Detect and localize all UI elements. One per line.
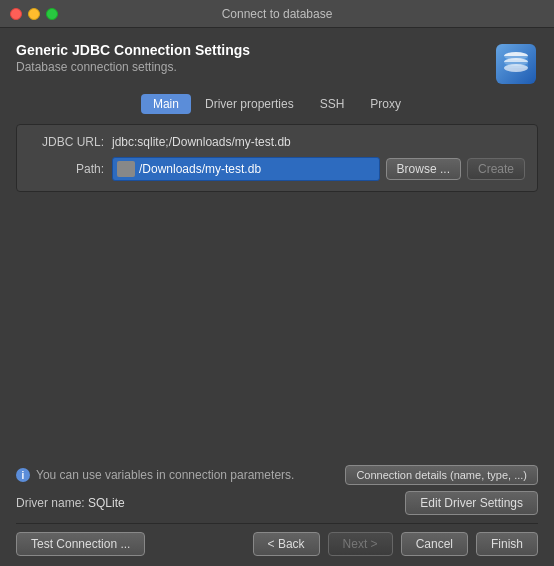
path-label: Path: (29, 162, 104, 176)
driver-name-value: SQLite (88, 496, 125, 510)
back-button[interactable]: < Back (253, 532, 320, 556)
jdbc-url-label: JDBC URL: (29, 135, 104, 149)
content-spacer (16, 192, 538, 465)
jdbc-url-value: jdbc:sqlite;/Downloads/my-test.db (112, 135, 525, 149)
path-input-wrapper[interactable]: /Downloads/my-test.db (112, 157, 380, 181)
path-value: /Downloads/my-test.db (139, 162, 261, 176)
close-button[interactable] (10, 8, 22, 20)
info-row: i You can use variables in connection pa… (16, 465, 538, 485)
tab-driver-properties[interactable]: Driver properties (193, 94, 306, 114)
header: Generic JDBC Connection Settings Databas… (16, 42, 538, 86)
test-connection-button[interactable]: Test Connection ... (16, 532, 145, 556)
info-left: i You can use variables in connection pa… (16, 468, 294, 482)
path-row: Path: /Downloads/my-test.db Browse ... C… (29, 157, 525, 181)
connection-details-button[interactable]: Connection details (name, type, ...) (345, 465, 538, 485)
db-icon (494, 42, 538, 86)
tab-proxy[interactable]: Proxy (358, 94, 413, 114)
header-text: Generic JDBC Connection Settings Databas… (16, 42, 250, 74)
jdbc-url-row: JDBC URL: jdbc:sqlite;/Downloads/my-test… (29, 135, 525, 149)
form-area: JDBC URL: jdbc:sqlite;/Downloads/my-test… (16, 124, 538, 192)
next-button[interactable]: Next > (328, 532, 393, 556)
traffic-lights (10, 8, 58, 20)
page-title: Generic JDBC Connection Settings (16, 42, 250, 58)
edit-driver-button[interactable]: Edit Driver Settings (405, 491, 538, 515)
maximize-button[interactable] (46, 8, 58, 20)
browse-button[interactable]: Browse ... (386, 158, 461, 180)
driver-label-row: Driver name: SQLite (16, 496, 125, 510)
info-icon: i (16, 468, 30, 482)
title-bar: Connect to database (0, 0, 554, 28)
svg-point-5 (504, 64, 528, 72)
tabs-row: Main Driver properties SSH Proxy (16, 94, 538, 114)
tab-ssh[interactable]: SSH (308, 94, 357, 114)
info-text: You can use variables in connection para… (36, 468, 294, 482)
bottom-bar-right: < Back Next > Cancel Finish (253, 532, 538, 556)
bottom-bar: Test Connection ... < Back Next > Cancel… (16, 532, 538, 556)
main-container: Generic JDBC Connection Settings Databas… (0, 28, 554, 566)
tab-main[interactable]: Main (141, 94, 191, 114)
create-button[interactable]: Create (467, 158, 525, 180)
cancel-button[interactable]: Cancel (401, 532, 468, 556)
finish-button[interactable]: Finish (476, 532, 538, 556)
page-subtitle: Database connection settings. (16, 60, 250, 74)
divider (16, 523, 538, 524)
file-icon (117, 161, 135, 177)
window-title: Connect to database (222, 7, 333, 21)
driver-row: Driver name: SQLite Edit Driver Settings (16, 491, 538, 515)
minimize-button[interactable] (28, 8, 40, 20)
